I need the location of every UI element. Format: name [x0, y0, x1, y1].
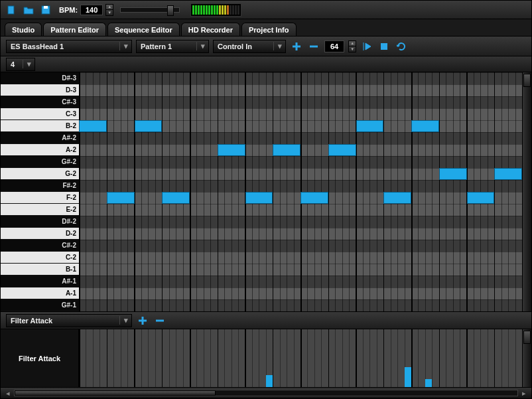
- tab-pattern-editor[interactable]: Pattern Editor: [43, 23, 106, 36]
- steps-spinner[interactable]: ▲▼: [348, 40, 356, 52]
- chevron-down-icon: ▾: [119, 42, 129, 50]
- tab-project-info[interactable]: Project Info: [241, 23, 297, 36]
- grid-row: [79, 72, 522, 84]
- scroll-left-icon[interactable]: ◂: [3, 388, 13, 398]
- scrollbar-thumb[interactable]: [523, 331, 531, 344]
- steps-value[interactable]: 64: [324, 40, 344, 52]
- piano-key[interactable]: C-2: [1, 252, 79, 264]
- bars-toolbar: 4 ▾: [1, 56, 531, 72]
- automation-lane: Filter Attack: [1, 329, 531, 388]
- grid-row: [79, 204, 522, 216]
- automation-bar[interactable]: [405, 367, 411, 387]
- automation-toolbar: Filter Attack ▾: [1, 312, 531, 329]
- piano-key[interactable]: A#-1: [1, 276, 79, 287]
- piano-key[interactable]: G-2: [1, 168, 79, 180]
- level-meter: [190, 3, 241, 17]
- stop-button[interactable]: [377, 40, 391, 53]
- note[interactable]: [300, 192, 328, 204]
- grid-row: [79, 252, 522, 264]
- scrollbar-thumb[interactable]: [15, 390, 216, 396]
- main-tabs: StudioPattern EditorSequence EditorHD Re…: [1, 19, 531, 37]
- piano-key[interactable]: F-2: [1, 192, 79, 204]
- note[interactable]: [162, 192, 190, 204]
- piano-key[interactable]: A-1: [1, 287, 79, 299]
- instrument-select[interactable]: ES BassHead 1 ▾: [6, 40, 132, 53]
- save-file-icon[interactable]: [39, 3, 52, 17]
- piano-key[interactable]: B-2: [1, 120, 79, 132]
- open-file-icon[interactable]: [22, 3, 35, 17]
- piano-roll: D#-3D-3C#-3C-3B-2A#-2A-2G#-2G-2F#-2F-2E-…: [1, 72, 531, 312]
- piano-key[interactable]: C#-2: [1, 240, 79, 252]
- piano-key[interactable]: A-2: [1, 144, 79, 156]
- chevron-down-icon: ▾: [119, 316, 129, 325]
- piano-key[interactable]: D-3: [1, 84, 79, 96]
- grid-row: [79, 228, 522, 240]
- piano-key[interactable]: A#-2: [1, 132, 79, 144]
- bars-select[interactable]: 4 ▾: [6, 58, 35, 71]
- note[interactable]: [467, 192, 495, 204]
- piano-key[interactable]: C#-3: [1, 96, 79, 108]
- automation-bar[interactable]: [425, 379, 432, 387]
- svg-rect-3: [381, 43, 387, 50]
- piano-key[interactable]: G#-1: [1, 299, 79, 311]
- automation-remove-button[interactable]: [153, 314, 166, 327]
- note[interactable]: [356, 120, 384, 132]
- bpm-spinner[interactable]: ▲▼: [105, 4, 113, 16]
- remove-button[interactable]: [307, 40, 320, 53]
- automation-param-select[interactable]: Filter Attack ▾: [6, 314, 132, 327]
- tab-studio[interactable]: Studio: [5, 23, 42, 36]
- pattern-select[interactable]: Pattern 1 ▾: [136, 40, 209, 53]
- note[interactable]: [245, 192, 273, 204]
- note[interactable]: [383, 192, 411, 204]
- note[interactable]: [328, 144, 356, 156]
- automation-add-button[interactable]: [136, 314, 149, 327]
- scroll-right-icon[interactable]: ▸: [519, 388, 529, 398]
- note-grid[interactable]: [79, 72, 522, 311]
- volume-slider[interactable]: [120, 7, 180, 13]
- chevron-down-icon: ▾: [273, 42, 283, 50]
- scrollbar-thumb[interactable]: [523, 74, 531, 87]
- piano-key[interactable]: D-2: [1, 228, 79, 240]
- note[interactable]: [273, 144, 300, 156]
- tab-hd-recorder[interactable]: HD Recorder: [181, 23, 240, 36]
- automation-bar[interactable]: [266, 375, 273, 387]
- grid-row: [79, 144, 522, 156]
- new-file-icon[interactable]: [5, 3, 18, 17]
- slider-thumb[interactable]: [167, 5, 174, 16]
- control-value: Control In: [218, 42, 252, 50]
- automation-label: Filter Attack: [1, 329, 79, 387]
- control-select[interactable]: Control In ▾: [213, 40, 286, 53]
- svg-rect-2: [44, 6, 48, 9]
- note[interactable]: [107, 192, 135, 204]
- grid-row: [79, 240, 522, 252]
- note[interactable]: [411, 120, 439, 132]
- scrollbar-track[interactable]: [14, 390, 518, 396]
- bpm-value[interactable]: 140: [80, 5, 103, 15]
- chevron-down-icon: ▾: [23, 60, 32, 68]
- automation-vertical-scrollbar[interactable]: [522, 329, 531, 387]
- automation-grid[interactable]: [79, 329, 522, 387]
- piano-key[interactable]: C-3: [1, 108, 79, 120]
- play-button[interactable]: [360, 40, 373, 53]
- piano-key[interactable]: B-1: [1, 264, 79, 276]
- note[interactable]: [494, 168, 522, 180]
- vertical-scrollbar[interactable]: [522, 72, 531, 311]
- piano-key[interactable]: G#-2: [1, 156, 79, 168]
- piano-key[interactable]: F#-2: [1, 180, 79, 192]
- add-button[interactable]: [290, 40, 303, 53]
- loop-button[interactable]: [395, 40, 408, 53]
- horizontal-scrollbar[interactable]: ◂ ▸: [1, 388, 531, 398]
- grid-row: [79, 264, 522, 276]
- grid-row: [79, 180, 522, 192]
- piano-key[interactable]: D#-2: [1, 216, 79, 228]
- grid-row: [79, 132, 522, 144]
- tab-sequence-editor[interactable]: Sequence Editor: [107, 23, 180, 36]
- note[interactable]: [218, 144, 245, 156]
- pattern-value: Pattern 1: [141, 42, 172, 50]
- piano-key[interactable]: E-2: [1, 204, 79, 216]
- note[interactable]: [79, 120, 107, 132]
- svg-rect-0: [8, 6, 14, 14]
- note[interactable]: [135, 120, 163, 132]
- note[interactable]: [439, 168, 467, 180]
- piano-key[interactable]: D#-3: [1, 72, 79, 84]
